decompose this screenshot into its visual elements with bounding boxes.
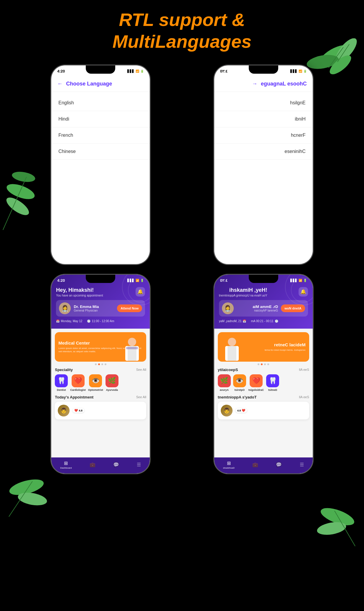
status-time-4: 0٢:٤ xyxy=(220,278,228,283)
lang-item-english-rtl[interactable]: hsilgnE xyxy=(214,95,313,111)
calendar-icon: 📅 xyxy=(56,320,60,323)
forward-arrow[interactable]: → xyxy=(252,81,257,87)
calendar-icon-rtl: 📅 xyxy=(243,320,246,323)
lang-item-chinese-rtl[interactable]: eseninihC xyxy=(214,144,313,160)
schedule-date: 📅 Monday, May 12 xyxy=(56,320,82,323)
attend-now-button-rtl[interactable]: woN dnetA xyxy=(281,304,305,312)
spec-optometrist-rtl[interactable]: 👁️ tsiretpO xyxy=(233,374,246,391)
nav-menu[interactable]: ☰ xyxy=(137,462,141,467)
nav-dashboard-rtl[interactable]: ⊞ draobhsaD xyxy=(223,460,235,469)
dentist-label-rtl: tsitneD xyxy=(268,388,277,391)
greeting-block: Hey, Himakshi! You have an upcoming appo… xyxy=(56,287,103,297)
dentist-icon: 🦷 xyxy=(55,374,68,387)
battery-icon: 🔋 xyxy=(140,70,144,73)
heart-icon-rtl: ❤️ xyxy=(242,409,245,412)
page-title: RTL support & MultiLanguages xyxy=(0,0,364,53)
speciality-grid: 🦷 Dentist ❤️ Cardiologist 👁️ Optometrist… xyxy=(55,374,146,391)
header-subtitle: You have an upcoming appointment xyxy=(56,294,103,297)
battery-icon-2: 🔋 xyxy=(303,70,307,73)
appointment-card: 👨 ❤️ 4.8 xyxy=(55,402,146,419)
lang-item-french[interactable]: French xyxy=(51,127,150,144)
status-time-3: 4:20 xyxy=(57,278,65,283)
svg-point-13 xyxy=(319,505,356,529)
appt-see-all-rtl[interactable]: llA eeS xyxy=(299,395,309,399)
svg-point-20 xyxy=(228,338,236,346)
doctor-name: Dr. Emma Mia xyxy=(74,304,114,309)
nav-dashboard[interactable]: ⊞ Dashboard xyxy=(60,460,72,469)
optometrist-label-rtl: tsiretpO xyxy=(235,388,245,391)
bell-icon[interactable]: 🔔 xyxy=(136,287,145,297)
spec-dentist[interactable]: 🦷 Dentist xyxy=(55,374,68,391)
lang-item-french-rtl[interactable]: hcnerF xyxy=(214,127,313,144)
doctor-card-rtl: 👩‍⚕️ aiM ammE .rD naicisyhP lareneG woN … xyxy=(219,300,308,317)
svg-point-14 xyxy=(317,520,347,537)
title-line2: MultiLanguages xyxy=(113,31,252,52)
phone-rtl-home: 0٢:٤ 🔋 📶 ▋▋▋ !ihskamiH ,yeH tnemtnioppA … xyxy=(213,274,314,474)
spec-cardiologist-rtl[interactable]: ❤️ tsigoloidraC xyxy=(248,374,264,391)
phone-ltr-language: 4:20 ▋▋▋ 📶 🔋 ← Choose Language English H… xyxy=(50,65,151,265)
briefcase-icon-rtl: 💼 xyxy=(252,462,258,467)
dot-4 xyxy=(105,363,106,365)
svg-rect-19 xyxy=(126,347,138,349)
briefcase-icon: 💼 xyxy=(90,462,95,467)
nav-chat-rtl[interactable]: 💬 xyxy=(276,462,282,467)
spec-dentist-rtl[interactable]: 🦷 tsitneD xyxy=(266,374,279,391)
banner-card-rtl: retneC lacideM tema tis rolod muspi mero… xyxy=(218,332,309,362)
speciality-see-all-rtl[interactable]: llA eeS xyxy=(299,368,309,371)
ayurveda-icon-rtl: 🌿 xyxy=(218,374,231,387)
appt-title-rtl: tnemtnioppA s'yadoT xyxy=(218,395,257,399)
attend-now-button[interactable]: Attend Now xyxy=(117,304,142,312)
status-time-1: 4:20 xyxy=(57,69,65,73)
signal-icon-2: ▋▋▋ xyxy=(290,70,297,73)
phone-rtl-language: 0٢:٤ 🔋 📶 ▋▋▋ → eguagnaL esoohC hsilgnE i… xyxy=(213,65,314,265)
rating-badge-rtl: ❤️ 4.8 xyxy=(235,408,247,413)
appt-see-all[interactable]: See All xyxy=(136,395,146,399)
bell-icon-rtl[interactable]: 🔔 xyxy=(299,287,308,297)
appointment-section-ltr: Today's Appointment See All 👨 ❤️ 4.8 xyxy=(51,394,150,422)
nav-briefcase[interactable]: 💼 xyxy=(90,462,95,467)
spec-optometrist[interactable]: 👁️ Optometrist xyxy=(88,374,103,391)
lang-item-hindi[interactable]: Hindi xyxy=(51,111,150,127)
chat-icon: 💬 xyxy=(113,462,119,467)
back-arrow[interactable]: ← xyxy=(57,81,62,87)
schedule-date-rtl: 📅 21 ,yaM ,yadnoM xyxy=(219,320,246,323)
nav-chat[interactable]: 💬 xyxy=(113,462,119,467)
banner-image xyxy=(120,335,144,362)
speciality-see-all[interactable]: See All xyxy=(136,368,146,371)
wifi-icon: 📶 xyxy=(136,70,139,73)
nav-dashboard-label-rtl: draobhsaD xyxy=(223,467,235,469)
svg-line-15 xyxy=(335,511,355,546)
lang-item-english[interactable]: English xyxy=(51,95,150,111)
cardiologist-label-rtl: tsigoloidraC xyxy=(248,388,264,391)
nav-briefcase-rtl[interactable]: 💼 xyxy=(252,462,258,467)
doctor-avatar: 👩‍⚕️ xyxy=(59,302,71,314)
svg-point-16 xyxy=(128,338,136,346)
dot-1 xyxy=(95,363,97,365)
nav-menu-rtl[interactable]: ☰ xyxy=(300,462,304,467)
greeting-text: Hey, Himakshi! xyxy=(56,287,103,293)
status-time-2: 0٢:٤ xyxy=(220,69,228,73)
appt-title: Today's Appointment xyxy=(55,395,93,399)
status-icons-2: 🔋 📶 ▋▋▋ xyxy=(290,70,307,73)
dot-2 xyxy=(98,363,100,365)
schedule-time: 🕐 11:00 - 12:00 Am xyxy=(87,320,114,323)
bottom-nav-ltr: ⊞ Dashboard 💼 💬 ☰ xyxy=(51,457,150,473)
status-icons-4: 🔋 📶 ▋▋▋ xyxy=(290,279,307,282)
greeting-block-rtl: !ihskamiH ,yeH tnemtnioppA gnimocpU na e… xyxy=(219,287,267,297)
signal-icon: ▋▋▋ xyxy=(127,70,134,73)
lang-item-chinese[interactable]: Chinese xyxy=(51,144,150,160)
doctor-avatar-rtl: 👩‍⚕️ xyxy=(222,302,234,314)
spec-cardiologist[interactable]: ❤️ Cardiologist xyxy=(70,374,86,391)
speciality-title-rtl: ytilaicoepS xyxy=(218,368,238,372)
wifi-icon-3: 📶 xyxy=(136,279,139,282)
leaf-bottom-right xyxy=(317,493,361,552)
rating-value-rtl: 4.8 xyxy=(237,409,241,412)
lang-item-hindi-rtl[interactable]: ibniH xyxy=(214,111,313,127)
spec-ayurveda[interactable]: 🌿 Ayurveda xyxy=(106,374,118,391)
doctor-role-rtl: naicisyhP lareneG xyxy=(237,309,278,312)
rating-badge: ❤️ 4.8 xyxy=(73,408,84,413)
spec-ayurveda-rtl[interactable]: 🌿 avuryA xyxy=(218,374,231,391)
header-top-ltr: Hey, Himakshi! You have an upcoming appo… xyxy=(56,287,145,297)
dentist-label: Dentist xyxy=(57,388,66,391)
header-top-rtl: !ihskamiH ,yeH tnemtnioppA gnimocpU na e… xyxy=(219,287,308,297)
